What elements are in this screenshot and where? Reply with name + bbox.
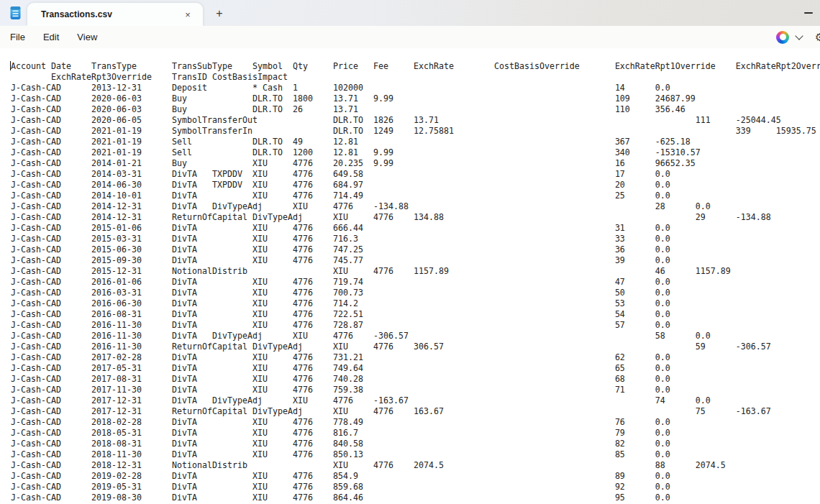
file-line: J-Cash-CAD 2017-05-31 DivTA XIU 4776 749…: [11, 363, 820, 374]
titlebar: Transactions.csv × +: [0, 0, 820, 26]
file-line: J-Cash-CAD 2021-01-19 SymbolTransferIn D…: [11, 126, 820, 137]
file-line: J-Cash-CAD 2017-02-28 DivTA XIU 4776 731…: [11, 352, 820, 363]
file-line: J-Cash-CAD 2016-01-06 DivTA XIU 4776 719…: [11, 277, 820, 288]
file-line: J-Cash-CAD 2020-06-05 SymbolTransferOut …: [11, 115, 820, 126]
file-line: J-Cash-CAD 2019-05-31 DivTA XIU 4776 859…: [11, 482, 820, 492]
file-line: J-Cash-CAD 2018-02-28 DivTA XIU 4776 778…: [11, 417, 820, 428]
file-line: J-Cash-CAD 2014-06-30 DivTA TXPDDV XIU 4…: [11, 180, 820, 191]
notepad-app-icon: [9, 6, 22, 20]
file-line: J-Cash-CAD 2016-11-30 DivTA XIU 4776 728…: [11, 320, 820, 331]
file-line: J-Cash-CAD 2021-01-19 Sell DLR.TO 1200 1…: [11, 147, 820, 158]
copilot-icon[interactable]: [776, 31, 789, 44]
file-line: J-Cash-CAD 2018-05-31 DivTA XIU 4776 816…: [11, 428, 820, 439]
file-line: J-Cash-CAD 2017-11-30 DivTA XIU 4776 759…: [11, 385, 820, 395]
menu-file[interactable]: File: [2, 29, 33, 45]
file-line: J-Cash-CAD 2016-06-30 DivTA XIU 4776 714…: [11, 298, 820, 309]
file-line: J-Cash-CAD 2019-08-30 DivTA XIU 4776 864…: [11, 492, 820, 503]
file-line: J-Cash-CAD 2014-01-21 Buy XIU 4776 20.23…: [11, 158, 820, 169]
file-line: J-Cash-CAD 2014-12-31 DivTA DivTypeAdj X…: [11, 201, 820, 212]
file-line: J-Cash-CAD 2016-11-30 DivTA DivTypeAdj X…: [11, 331, 820, 342]
file-line: J-Cash-CAD 2020-06-03 Buy DLR.TO 1800 13…: [11, 93, 820, 104]
file-line: J-Cash-CAD 2018-08-31 DivTA XIU 4776 840…: [11, 439, 820, 449]
tab-close-icon[interactable]: ×: [181, 8, 194, 21]
menubar: File Edit View ⚙: [0, 26, 820, 49]
file-line: J-Cash-CAD 2015-06-30 DivTA XIU 4776 747…: [11, 244, 820, 255]
file-line: J-Cash-CAD 2017-12-31 DivTA DivTypeAdj X…: [11, 395, 820, 406]
minimize-icon[interactable]: [804, 12, 813, 14]
file-line: Account Date TransType TransSubType Symb…: [11, 61, 820, 72]
file-line: J-Cash-CAD 2014-12-31 ReturnOfCapital Di…: [11, 212, 820, 223]
tab-title: Transactions.csv: [41, 9, 112, 19]
file-line: J-Cash-CAD 2014-10-01 DivTA XIU 4776 714…: [11, 191, 820, 201]
document-tab[interactable]: Transactions.csv ×: [27, 3, 203, 26]
file-line: ExchRateRpt3Override TransID CostBasisIm…: [11, 72, 820, 83]
file-line: J-Cash-CAD 2018-11-30 DivTA XIU 4776 850…: [11, 449, 820, 460]
file-line: J-Cash-CAD 2014-03-31 DivTA TXPDDV XIU 4…: [11, 169, 820, 180]
menu-edit[interactable]: Edit: [35, 29, 67, 45]
file-line: J-Cash-CAD 2015-09-30 DivTA XIU 4776 745…: [11, 255, 820, 266]
menu-view[interactable]: View: [69, 29, 105, 45]
file-line: J-Cash-CAD 2017-08-31 DivTA XIU 4776 740…: [11, 374, 820, 385]
file-line: J-Cash-CAD 2017-12-31 ReturnOfCapital Di…: [11, 406, 820, 417]
file-line: J-Cash-CAD 2018-12-31 NotionalDistrib XI…: [11, 460, 820, 471]
notepad-window: { "window": { "app": "Notepad", "minimiz…: [0, 0, 820, 504]
file-line: J-Cash-CAD 2015-01-06 DivTA XIU 4776 666…: [11, 223, 820, 234]
new-tab-button[interactable]: +: [212, 6, 227, 21]
file-line: J-Cash-CAD 2019-02-28 DivTA XIU 4776 854…: [11, 471, 820, 482]
file-line: J-Cash-CAD 2016-03-31 DivTA XIU 4776 700…: [11, 288, 820, 298]
file-line: J-Cash-CAD 2016-08-31 DivTA XIU 4776 722…: [11, 309, 820, 320]
file-line: J-Cash-CAD 2016-11-30 ReturnOfCapital Di…: [11, 342, 820, 352]
file-line: J-Cash-CAD 2021-01-19 Sell DLR.TO 49 12.…: [11, 137, 820, 147]
chevron-down-icon[interactable]: [795, 32, 803, 40]
file-line: J-Cash-CAD 2015-03-31 DivTA XIU 4776 716…: [11, 234, 820, 244]
file-line: J-Cash-CAD 2013-12-31 Deposit * Cash 1 1…: [11, 83, 820, 93]
file-line: J-Cash-CAD 2015-12-31 NotionalDistrib XI…: [11, 266, 820, 277]
gear-icon[interactable]: ⚙: [815, 31, 820, 44]
text-editor[interactable]: Account Date TransType TransSubType Symb…: [0, 48, 820, 504]
file-line: J-Cash-CAD 2020-06-03 Buy DLR.TO 26 13.7…: [11, 104, 820, 115]
text-caret: [10, 61, 11, 70]
